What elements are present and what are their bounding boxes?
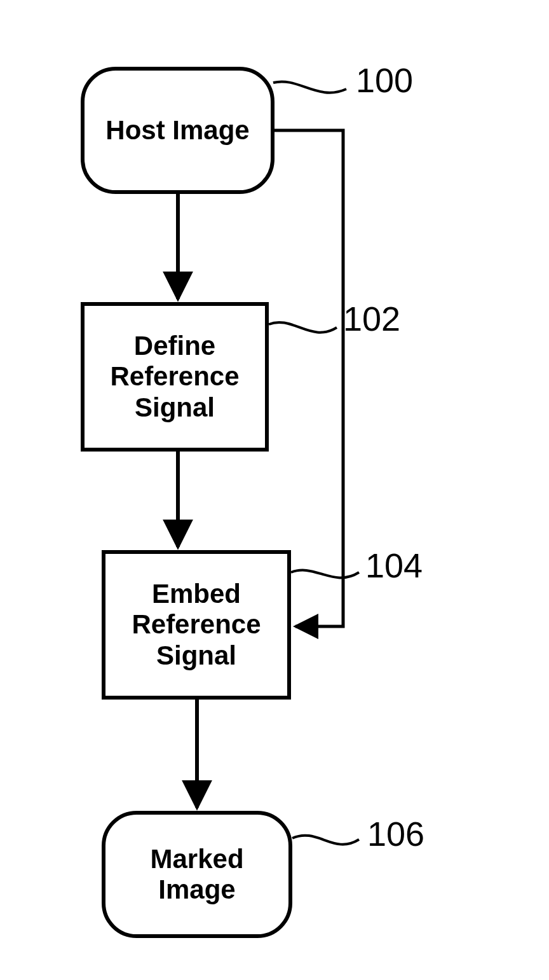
node-marked-text: Marked Image xyxy=(150,844,243,906)
ref-label-define: 102 xyxy=(343,299,400,338)
node-embed-text: Embed Reference Signal xyxy=(132,579,261,671)
node-host-image: Host Image xyxy=(81,67,274,194)
node-host-image-text: Host Image xyxy=(105,115,249,146)
ref-label-host: 100 xyxy=(356,60,413,100)
leader-define xyxy=(269,322,337,333)
flowchart-canvas: Host Image Define Reference Signal Embed… xyxy=(0,0,549,980)
leader-host xyxy=(273,81,346,92)
leader-embed xyxy=(291,570,359,578)
node-define-text: Define Reference Signal xyxy=(110,331,239,423)
node-marked-image: Marked Image xyxy=(102,811,292,938)
ref-label-marked: 106 xyxy=(367,814,424,853)
node-embed-reference-signal: Embed Reference Signal xyxy=(102,550,291,700)
ref-label-embed: 104 xyxy=(365,546,423,585)
node-define-reference-signal: Define Reference Signal xyxy=(81,302,269,452)
leader-marked xyxy=(292,836,359,845)
